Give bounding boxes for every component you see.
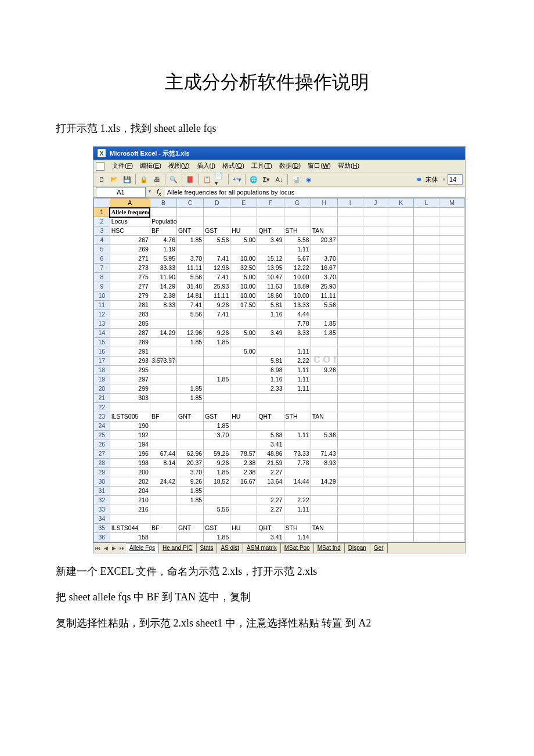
grid-cell[interactable]: 196	[110, 449, 150, 459]
grid-cell[interactable]	[150, 505, 176, 514]
grid-cell[interactable]	[337, 236, 363, 245]
grid-cell[interactable]: 9.26	[177, 477, 204, 487]
grid-cell[interactable]	[388, 487, 414, 496]
grid-cell[interactable]	[337, 254, 363, 264]
grid-cell[interactable]	[439, 403, 465, 412]
grid-cell[interactable]	[363, 245, 388, 254]
grid-cell[interactable]	[363, 310, 388, 319]
grid-cell[interactable]	[311, 217, 337, 226]
grid-cell[interactable]	[177, 217, 204, 226]
grid-cell[interactable]: 1.85	[177, 236, 204, 245]
grid-cell[interactable]	[363, 236, 388, 245]
grid-cell[interactable]: 5.00	[230, 273, 257, 282]
grid-cell[interactable]: TAN	[311, 524, 337, 533]
grid-cell[interactable]	[204, 496, 230, 505]
grid-cell[interactable]: 3.70	[204, 431, 230, 440]
grid-cell[interactable]	[414, 505, 439, 514]
grid-cell[interactable]	[363, 505, 388, 514]
grid-cell[interactable]	[439, 217, 465, 226]
grid-cell[interactable]	[388, 412, 414, 422]
grid-cell[interactable]	[363, 514, 388, 524]
grid-cell[interactable]	[337, 468, 363, 477]
grid-cell[interactable]	[414, 375, 439, 384]
open-icon[interactable]: 📂	[109, 174, 120, 185]
grid-cell[interactable]	[311, 347, 337, 357]
grid-cell[interactable]	[363, 394, 388, 403]
grid-cell[interactable]	[388, 329, 414, 338]
grid-cell[interactable]	[337, 226, 363, 236]
grid-cell[interactable]	[414, 236, 439, 245]
row-header[interactable]: 16	[94, 347, 110, 357]
grid-cell[interactable]	[363, 533, 388, 542]
grid-cell[interactable]	[337, 319, 363, 329]
grid-cell[interactable]: 7.78	[284, 319, 311, 329]
grid-cell[interactable]: 6.98	[257, 366, 284, 375]
sheet-tab[interactable]: He and PIC	[159, 543, 197, 553]
grid-cell[interactable]	[150, 347, 176, 357]
grid-cell[interactable]	[388, 282, 414, 291]
grid-cell[interactable]	[439, 514, 465, 524]
grid-cell[interactable]: 271	[110, 254, 150, 264]
grid-cell[interactable]	[439, 440, 465, 449]
row-header[interactable]: 23	[94, 412, 110, 422]
grid-cell[interactable]	[414, 487, 439, 496]
row-header[interactable]: 32	[94, 496, 110, 505]
grid-cell[interactable]	[439, 291, 465, 301]
grid-cell[interactable]: 11.11	[311, 291, 337, 301]
grid-cell[interactable]: 5.56	[177, 273, 204, 282]
grid-cell[interactable]	[230, 338, 257, 347]
row-header[interactable]: 26	[94, 440, 110, 449]
grid-cell[interactable]: 275	[110, 273, 150, 282]
grid-cell[interactable]	[177, 403, 204, 412]
grid-cell[interactable]	[414, 468, 439, 477]
grid-cell[interactable]	[388, 533, 414, 542]
grid-cell[interactable]: 14.81	[177, 291, 204, 301]
autosum-icon[interactable]: Σ▾	[261, 174, 272, 185]
row-header[interactable]: 29	[94, 468, 110, 477]
grid-cell[interactable]	[388, 496, 414, 505]
column-header[interactable]: A	[110, 199, 150, 208]
grid-cell[interactable]	[284, 217, 311, 226]
grid-cell[interactable]: 7.41	[204, 254, 230, 264]
grid-cell[interactable]	[363, 226, 388, 236]
grid-cell[interactable]	[363, 301, 388, 310]
grid-cell[interactable]	[439, 273, 465, 282]
grid-cell[interactable]	[337, 338, 363, 347]
sheet-tab[interactable]: Stats	[197, 543, 218, 553]
row-header[interactable]: 19	[94, 375, 110, 384]
grid-cell[interactable]: 20.37	[177, 459, 204, 468]
grid-cell[interactable]	[150, 403, 176, 412]
grid-cell[interactable]	[414, 226, 439, 236]
grid-cell[interactable]: ILSTS005	[110, 412, 150, 422]
grid-cell[interactable]	[337, 514, 363, 524]
save-icon[interactable]: 💾	[121, 174, 133, 185]
grid-cell[interactable]	[150, 384, 176, 394]
row-header[interactable]: 33	[94, 505, 110, 514]
grid-cell[interactable]: 2.38	[150, 291, 176, 301]
grid-cell[interactable]: 2.27	[257, 505, 284, 514]
row-header[interactable]: 3	[94, 226, 110, 236]
grid-cell[interactable]	[230, 514, 257, 524]
grid-cell[interactable]	[337, 505, 363, 514]
grid-cell[interactable]: 13.95	[257, 264, 284, 273]
grid-cell[interactable]	[414, 245, 439, 254]
grid-cell[interactable]: ILSTS044	[110, 524, 150, 533]
grid-cell[interactable]	[414, 357, 439, 366]
grid-cell[interactable]: 12.96	[177, 329, 204, 338]
grid-cell[interactable]	[439, 338, 465, 347]
grid-cell[interactable]: 281	[110, 301, 150, 310]
grid-cell[interactable]	[230, 384, 257, 394]
column-header[interactable]: E	[230, 199, 257, 208]
grid-cell[interactable]	[204, 384, 230, 394]
grid-cell[interactable]	[439, 524, 465, 533]
grid-cell[interactable]	[150, 375, 176, 384]
grid-cell[interactable]	[337, 329, 363, 338]
grid-cell[interactable]	[363, 254, 388, 264]
grid-cell[interactable]: 1.19	[150, 245, 176, 254]
permission-icon[interactable]: 🔒	[138, 174, 150, 185]
grid-cell[interactable]	[311, 403, 337, 412]
grid-cell[interactable]	[414, 459, 439, 468]
fx-icon[interactable]: fx	[153, 188, 165, 197]
menu-item[interactable]: 格式(O)	[219, 161, 248, 171]
grid-cell[interactable]: 73.33	[284, 449, 311, 459]
